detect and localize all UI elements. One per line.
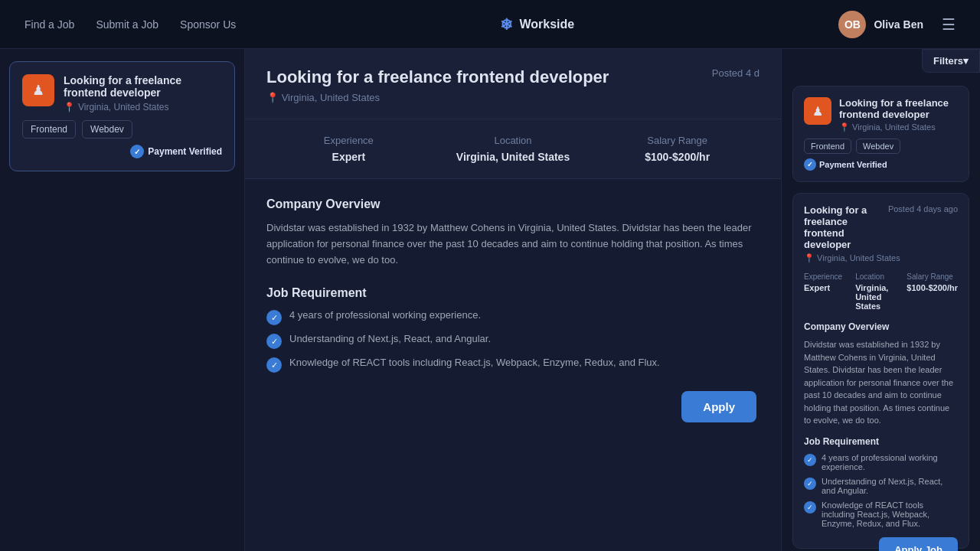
job-body: Company Overview Dividstar was establish… — [245, 179, 781, 409]
right-detail-title-row: Looking for a freelance frontend develop… — [804, 204, 958, 250]
company-overview-text: Dividstar was established in 1932 by Mat… — [266, 220, 760, 268]
job-card-tags: Frontend Webdev ✓ Payment Verified — [22, 120, 222, 158]
right-req-1: ✓ 4 years of professional working experi… — [804, 453, 958, 471]
right-req-2: ✓ Understanding of Next.js, React, and A… — [804, 477, 958, 495]
job-detail-title: Looking for a freelance frontend develop… — [266, 67, 609, 87]
right-job-location: 📍 Virginia, United States — [839, 122, 958, 132]
apply-button[interactable]: Apply — [681, 391, 756, 422]
right-detail-title: Looking for a freelance frontend develop… — [804, 204, 882, 250]
tag-webdev[interactable]: Webdev — [82, 120, 132, 139]
job-detail-location: 📍 Virginia, United States — [266, 92, 760, 103]
job-logo-icon: ♟ — [32, 82, 44, 99]
right-stat-sal-label: Salary Range — [906, 272, 958, 281]
req-check-2: ✓ — [266, 334, 282, 349]
nav-submit-job[interactable]: Submit a Job — [96, 18, 158, 31]
user-profile[interactable]: OB Oliva Ben — [838, 11, 923, 38]
payment-verified: ✓ Payment Verified — [130, 145, 222, 158]
right-check-icon: ✓ — [804, 158, 816, 171]
stat-salary: Salary Range $100-$200/hr — [595, 135, 760, 163]
header: Find a Job Submit a Job Sponsor Us Works… — [0, 0, 980, 49]
req-check-1: ✓ — [266, 310, 282, 325]
right-stat-sal-value: $100-$200/hr — [906, 283, 958, 292]
avatar: OB — [838, 11, 866, 38]
right-stat-experience: Experience Expert — [804, 272, 848, 311]
job-card-title: Looking for a freelance frontend develop… — [64, 74, 222, 99]
right-payment-verified: ✓ Payment Verified — [804, 158, 887, 171]
company-overview-title: Company Overview — [266, 197, 760, 211]
right-detail-location: 📍 Virginia, United States — [804, 253, 958, 263]
right-req-check-2: ✓ — [804, 478, 816, 490]
job-card-info: Looking for a freelance frontend develop… — [64, 74, 222, 112]
posted-date: Posted 4 d — [712, 67, 760, 79]
right-stat-exp-label: Experience — [804, 272, 848, 281]
right-tag-webdev[interactable]: Webdev — [856, 139, 900, 154]
nav-find-job[interactable]: Find a Job — [24, 18, 74, 31]
stat-salary-label: Salary Range — [595, 135, 760, 146]
req-item-1: ✓ 4 years of professional working experi… — [266, 309, 760, 325]
right-job-title: Looking for a freelance frontend develop… — [839, 97, 958, 120]
right-job-info: Looking for a freelance frontend develop… — [839, 97, 958, 132]
brand-icon — [500, 15, 513, 34]
stat-experience-value: Expert — [266, 151, 431, 163]
stat-location-value: Virginia, United States — [431, 151, 596, 163]
right-stat-loc-label: Location — [855, 272, 899, 281]
job-logo: ♟ — [22, 74, 54, 106]
right-job-tags: Frontend Webdev ✓ Payment Verified — [804, 139, 958, 171]
right-pin-icon: 📍 — [839, 122, 850, 132]
right-company-overview-title: Company Overview — [804, 321, 958, 332]
req-check-3: ✓ — [266, 357, 282, 373]
username: Oliva Ben — [874, 18, 923, 31]
main-nav: Find a Job Submit a Job Sponsor Us — [24, 18, 236, 31]
job-card-location: 📍 Virginia, United States — [64, 102, 222, 112]
main-layout: ♟ Looking for a freelance frontend devel… — [0, 49, 980, 551]
detail-pin-icon: 📍 — [266, 92, 279, 103]
right-req-check-1: ✓ — [804, 454, 816, 466]
stat-location-label: Location — [431, 135, 596, 146]
job-card-header: ♟ Looking for a freelance frontend devel… — [22, 74, 222, 112]
req-item-2: ✓ Understanding of Next.js, React, and A… — [266, 333, 760, 349]
right-stat-exp-value: Expert — [804, 283, 848, 292]
right-company-overview-text: Dividstar was established in 1932 by Mat… — [804, 338, 958, 427]
req-item-3: ✓ Knowledge of REACT tools including Rea… — [266, 357, 760, 373]
right-stat-salary: Salary Range $100-$200/hr — [906, 272, 958, 311]
right-req-check-3: ✓ — [804, 501, 816, 514]
location-pin-icon: 📍 — [64, 102, 75, 112]
right-stats: Experience Expert Location Virginia, Uni… — [804, 272, 958, 311]
job-detail-title-row: Looking for a freelance frontend develop… — [266, 67, 760, 87]
right-stat-location: Location Virginia, United States — [855, 272, 899, 311]
right-job-req-title: Job Requirement — [804, 436, 958, 447]
center-content: Looking for a freelance frontend develop… — [245, 49, 781, 551]
header-right: OB Oliva Ben ☰ — [838, 11, 956, 38]
right-req-3: ✓ Knowledge of REACT tools including Rea… — [804, 500, 958, 528]
right-detail-card: Looking for a freelance frontend develop… — [792, 193, 969, 549]
right-job-logo: ♟ — [804, 97, 831, 125]
job-detail-header: Looking for a freelance frontend develop… — [245, 49, 781, 119]
check-icon: ✓ — [130, 145, 144, 158]
right-sidebar: Filters▾ ♟ Looking for a freelance front… — [781, 49, 980, 551]
hamburger-icon[interactable]: ☰ — [942, 15, 956, 34]
stat-location: Location Virginia, United States — [431, 135, 596, 163]
filters-button[interactable]: Filters▾ — [922, 49, 980, 73]
right-sidebar-content: ♟ Looking for a freelance frontend devel… — [782, 49, 980, 551]
right-stat-loc-value: Virginia, United States — [855, 283, 899, 311]
nav-sponsor-us[interactable]: Sponsor Us — [180, 18, 236, 31]
apply-job-button[interactable]: Apply Job — [879, 537, 958, 552]
job-stats: Experience Expert Location Virginia, Uni… — [245, 119, 781, 179]
right-detail-pin-icon: 📍 — [804, 253, 815, 262]
job-card-1[interactable]: ♟ Looking for a freelance frontend devel… — [9, 61, 235, 171]
right-tag-frontend[interactable]: Frontend — [804, 139, 851, 154]
right-job-card-top[interactable]: ♟ Looking for a freelance frontend devel… — [792, 86, 969, 182]
right-detail-posted: Posted 4 days ago — [888, 204, 958, 214]
requirement-list: ✓ 4 years of professional working experi… — [266, 309, 760, 373]
stat-experience: Experience Expert — [266, 135, 431, 163]
left-sidebar: ♟ Looking for a freelance frontend devel… — [0, 49, 245, 551]
brand-name: Workside — [519, 18, 574, 31]
tag-frontend[interactable]: Frontend — [22, 120, 76, 139]
job-requirement-title: Job Requirement — [266, 286, 760, 300]
stat-salary-value: $100-$200/hr — [595, 151, 760, 163]
right-job-header: ♟ Looking for a freelance frontend devel… — [804, 97, 958, 132]
stat-experience-label: Experience — [266, 135, 431, 146]
right-req-list: ✓ 4 years of professional working experi… — [804, 453, 958, 528]
brand: Workside — [500, 15, 574, 34]
